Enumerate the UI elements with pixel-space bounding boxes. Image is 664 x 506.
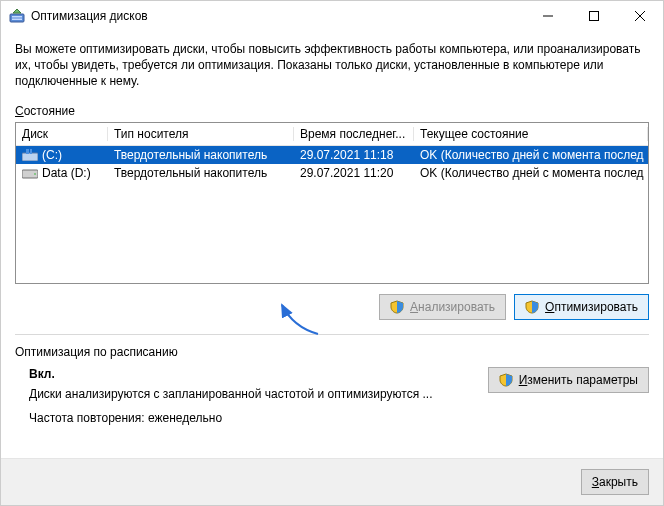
drive-time: 29.07.2021 11:18	[294, 148, 414, 162]
state-label-rest: остояние	[24, 104, 75, 118]
drive-row[interactable]: Data (D:) Твердотельный накопитель 29.07…	[16, 164, 648, 182]
analyze-label: нализировать	[418, 300, 495, 314]
svg-rect-1	[12, 16, 22, 18]
list-header: Диск Тип носителя Время последнег... Тек…	[16, 123, 648, 146]
drive-type: Твердотельный накопитель	[108, 166, 294, 180]
optimize-label: птимизировать	[554, 300, 638, 314]
window: Оптимизация дисков Вы можете оптимизиров…	[0, 0, 664, 506]
shield-icon	[390, 300, 404, 314]
col-disk[interactable]: Диск	[16, 127, 108, 141]
action-buttons: Анализировать Оптимизировать	[15, 294, 649, 320]
analyze-accel: А	[410, 300, 418, 314]
svg-point-11	[34, 173, 36, 175]
drive-state: OK (Количество дней с момента послед	[414, 166, 648, 180]
drive-name: (C:)	[42, 148, 62, 162]
close-button[interactable]	[617, 1, 663, 31]
state-label-accel: С	[15, 104, 24, 118]
close-label: акрыть	[599, 475, 638, 489]
titlebar: Оптимизация дисков	[1, 1, 663, 31]
maximize-button[interactable]	[571, 1, 617, 31]
footer: Закрыть	[1, 458, 663, 505]
drive-row[interactable]: (C:) Твердотельный накопитель 29.07.2021…	[16, 146, 648, 164]
close-dialog-button[interactable]: Закрыть	[581, 469, 649, 495]
separator	[15, 334, 649, 335]
schedule-on: Вкл.	[29, 367, 476, 381]
svg-rect-7	[22, 153, 38, 161]
svg-rect-4	[590, 12, 599, 21]
drive-time: 29.07.2021 11:20	[294, 166, 414, 180]
close-accel: З	[592, 475, 599, 489]
svg-rect-0	[10, 14, 24, 22]
shield-icon	[525, 300, 539, 314]
schedule-line2: Частота повторения: еженедельно	[29, 411, 476, 425]
col-state[interactable]: Текущее состояние	[414, 127, 648, 141]
drive-state: OK (Количество дней с момента послед	[414, 148, 648, 162]
svg-rect-8	[26, 149, 29, 154]
description-text: Вы можете оптимизировать диски, чтобы по…	[15, 41, 649, 90]
schedule-line1: Диски анализируются с запланированной ча…	[29, 387, 476, 401]
app-icon	[9, 8, 25, 24]
optimize-button[interactable]: Оптимизировать	[514, 294, 649, 320]
svg-rect-2	[12, 19, 22, 21]
drive-icon	[22, 149, 38, 161]
drive-name: Data (D:)	[42, 166, 91, 180]
analyze-button[interactable]: Анализировать	[379, 294, 506, 320]
optimize-accel: О	[545, 300, 554, 314]
schedule-heading: Оптимизация по расписанию	[15, 345, 649, 359]
schedule-body: Вкл. Диски анализируются с запланированн…	[15, 367, 649, 435]
window-title: Оптимизация дисков	[31, 9, 525, 23]
body: Вы можете оптимизировать диски, чтобы по…	[1, 31, 663, 435]
col-type[interactable]: Тип носителя	[108, 127, 294, 141]
drive-icon	[22, 167, 38, 179]
shield-icon	[499, 373, 513, 387]
drive-type: Твердотельный накопитель	[108, 148, 294, 162]
svg-rect-9	[30, 149, 32, 154]
drive-list[interactable]: Диск Тип носителя Время последнег... Тек…	[15, 122, 649, 284]
minimize-button[interactable]	[525, 1, 571, 31]
change-label: зменить параметры	[527, 373, 638, 387]
state-label: Состояние	[15, 104, 649, 118]
col-time[interactable]: Время последнег...	[294, 127, 414, 141]
change-settings-button[interactable]: Изменить параметры	[488, 367, 649, 393]
